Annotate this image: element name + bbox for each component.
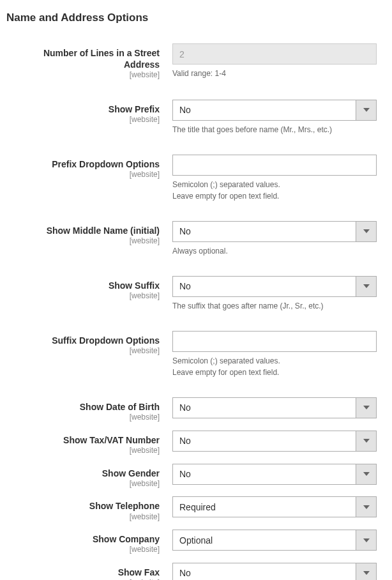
show-fax-select[interactable]: No xyxy=(172,563,377,580)
field-suffix-options: Suffix Dropdown Options [website] Semico… xyxy=(6,331,386,378)
section-title: Name and Address Options xyxy=(6,11,386,24)
show-middle-label: Show Middle Name (initial) xyxy=(47,225,160,236)
scope-label: [website] xyxy=(6,291,160,301)
show-telephone-label: Show Telephone xyxy=(89,501,160,511)
field-show-fax: Show Fax [website] No xyxy=(6,563,386,580)
show-company-label: Show Company xyxy=(93,534,160,544)
scope-label: [website] xyxy=(6,170,160,180)
street-lines-hint: Valid range: 1-4 xyxy=(172,68,377,79)
field-show-tax: Show Tax/VAT Number [website] No xyxy=(6,431,386,456)
scope-label: [website] xyxy=(6,236,160,247)
field-show-suffix: Show Suffix [website] No The suffix that… xyxy=(6,276,386,312)
street-lines-label: Number of Lines in a Street Address xyxy=(43,48,160,70)
show-fax-label: Show Fax xyxy=(118,567,160,577)
show-middle-hint: Always optional. xyxy=(172,245,377,257)
scope-label: [website] xyxy=(6,512,160,523)
street-lines-input xyxy=(172,43,377,65)
show-middle-select[interactable]: No xyxy=(172,221,377,242)
show-dob-label: Show Date of Birth xyxy=(80,402,160,412)
scope-label: [website] xyxy=(6,70,160,80)
show-gender-label: Show Gender xyxy=(102,468,160,478)
show-tax-label: Show Tax/VAT Number xyxy=(63,435,160,445)
scope-label: [website] xyxy=(6,115,160,125)
field-show-gender: Show Gender [website] No xyxy=(6,464,386,489)
show-prefix-label: Show Prefix xyxy=(109,104,160,114)
scope-label: [website] xyxy=(6,479,160,489)
field-show-dob: Show Date of Birth [website] No xyxy=(6,397,386,423)
suffix-options-label: Suffix Dropdown Options xyxy=(52,335,160,346)
show-dob-select[interactable]: No xyxy=(172,397,377,418)
show-company-select[interactable]: Optional xyxy=(172,530,377,551)
suffix-options-input[interactable] xyxy=(172,331,377,352)
field-show-prefix: Show Prefix [website] No The title that … xyxy=(6,100,386,135)
show-tax-select[interactable]: No xyxy=(172,431,377,452)
show-gender-select[interactable]: No xyxy=(172,464,377,485)
show-suffix-select[interactable]: No xyxy=(172,276,377,297)
show-prefix-select[interactable]: No xyxy=(172,100,377,121)
field-show-telephone: Show Telephone [website] Required xyxy=(6,496,386,522)
scope-label: [website] xyxy=(6,446,160,456)
field-show-middle: Show Middle Name (initial) [website] No … xyxy=(6,221,386,257)
field-show-company: Show Company [website] Optional xyxy=(6,530,386,555)
prefix-options-input[interactable] xyxy=(172,155,377,176)
prefix-options-hint: Semicolon (;) separated values.Leave emp… xyxy=(172,179,377,202)
prefix-options-label: Prefix Dropdown Options xyxy=(52,159,160,169)
scope-label: [website] xyxy=(6,413,160,423)
field-prefix-options: Prefix Dropdown Options [website] Semico… xyxy=(6,155,386,202)
show-telephone-select[interactable]: Required xyxy=(172,496,377,517)
scope-label: [website] xyxy=(6,346,160,356)
suffix-options-hint: Semicolon (;) separated values.Leave emp… xyxy=(172,355,377,378)
show-prefix-hint: The title that goes before name (Mr., Mr… xyxy=(172,124,377,135)
show-suffix-label: Show Suffix xyxy=(109,280,160,291)
show-suffix-hint: The suffix that goes after name (Jr., Sr… xyxy=(172,300,377,312)
field-street-lines: Number of Lines in a Street Address [web… xyxy=(6,43,386,80)
scope-label: [website] xyxy=(6,545,160,555)
